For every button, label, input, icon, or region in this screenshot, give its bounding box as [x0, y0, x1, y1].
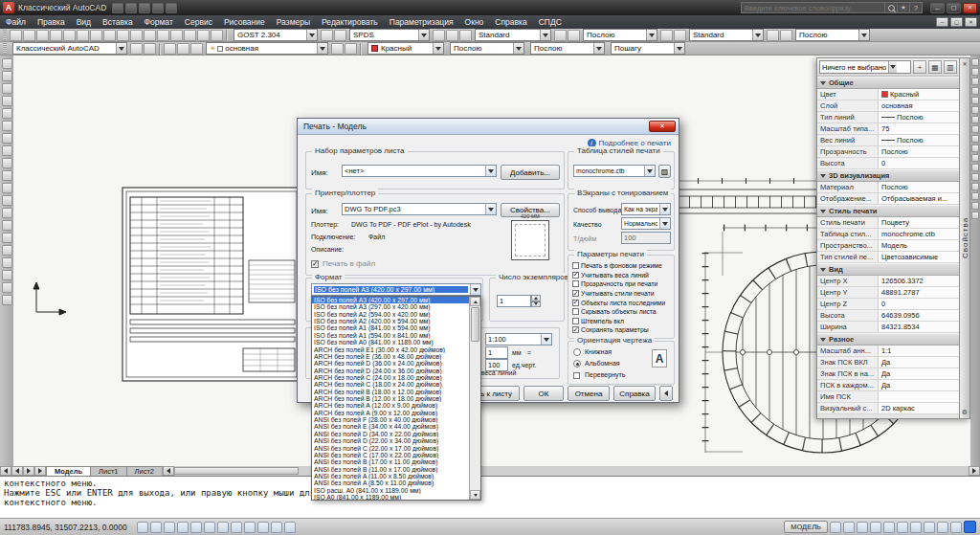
scrollbar-thumb[interactable] [471, 307, 479, 342]
property-row[interactable]: Визуальный с...2D каркас [817, 403, 959, 414]
previous-layout-button[interactable] [11, 466, 23, 476]
extend-icon[interactable] [971, 154, 979, 162]
paper-size-option[interactable]: ANSI без полей C (17.00 x 22.00 дюймов) [312, 452, 469, 458]
plot-to-file-checkbox[interactable] [311, 260, 319, 268]
property-row[interactable]: Тип стилей пе...Цветозависимые [817, 252, 959, 263]
scale-unit-field[interactable]: 1 [485, 346, 508, 359]
close-button[interactable] [963, 3, 977, 13]
mleader-style-combo[interactable]: Послою [795, 29, 870, 41]
arc-icon[interactable] [2, 121, 12, 131]
shade-method-combo[interactable]: Как на экране [621, 203, 671, 215]
menu-item[interactable]: Параметризация [384, 15, 459, 29]
palette-settings-icon[interactable] [962, 409, 968, 416]
dim-style-combo[interactable]: GOST 2.304 [234, 29, 318, 41]
doc-minimize-button[interactable] [936, 17, 948, 27]
cancel-button[interactable]: Отмена [568, 386, 610, 401]
property-row[interactable]: Центр Y48891.2787 [817, 287, 959, 299]
workspace-settings-icon[interactable] [130, 43, 143, 55]
tool-palettes-icon[interactable] [459, 30, 472, 41]
pan-realtime-icon[interactable] [184, 30, 196, 41]
property-row[interactable]: Тип линийПослою [817, 112, 959, 123]
paper-size-option[interactable]: ARCH без полей D (36.00 x 24.00 дюймов) [312, 360, 469, 367]
zoom-extents-icon[interactable] [211, 30, 223, 41]
quick-view-layouts-button[interactable] [843, 522, 855, 533]
toolbar-grip[interactable] [3, 30, 7, 40]
workspace-combo[interactable]: Классический AutoCAD [12, 42, 127, 55]
export-dwf-icon[interactable] [90, 30, 102, 41]
annotation-visibility-button[interactable] [910, 522, 922, 533]
search-icon[interactable] [884, 3, 897, 12]
scale-icon[interactable] [971, 125, 979, 133]
annotation-autoscale-button[interactable] [924, 522, 935, 533]
menu-item[interactable]: СПДС [533, 15, 568, 29]
snap-mode-toggle[interactable] [150, 522, 162, 533]
lineweight-combo-top[interactable]: Послою [583, 29, 657, 41]
zoom-realtime-icon[interactable] [197, 30, 210, 41]
palette-section-header[interactable]: Общие [817, 77, 959, 89]
scroll-up-icon[interactable] [470, 297, 480, 306]
menu-item[interactable]: Правка [32, 15, 71, 29]
upside-down-checkbox[interactable] [573, 372, 580, 379]
explode-icon[interactable] [971, 212, 979, 219]
infer-constraints-toggle[interactable] [137, 522, 148, 533]
region-icon[interactable] [2, 245, 12, 256]
table-icon[interactable] [2, 257, 12, 268]
plot-option-row[interactable]: Штемпель вкл [572, 317, 672, 326]
ray-icon[interactable] [2, 282, 12, 293]
plot-icon[interactable] [50, 30, 62, 41]
circle-icon[interactable] [2, 133, 12, 144]
paper-size-option[interactable]: ANSI без полей D (22.00 x 34.00 дюймов) [312, 437, 469, 444]
plot-option-row[interactable]: Учитывать веса линий [572, 271, 672, 280]
lineweight-combo[interactable]: Послою [530, 42, 605, 55]
copy-icon[interactable] [117, 30, 129, 41]
last-layout-button[interactable] [34, 466, 46, 476]
lock-ui-icon[interactable] [144, 43, 156, 55]
paper-size-option[interactable]: ARCH без полей C (18.00 x 24.00 дюймов) [312, 381, 469, 388]
doc-close-button[interactable] [965, 17, 977, 27]
printer-combo[interactable]: DWG To PDF.pc3 [342, 203, 497, 215]
rotate-icon[interactable] [971, 116, 979, 123]
revision-cloud-icon[interactable] [2, 145, 12, 156]
property-row[interactable]: Масштаб типа...75 [817, 123, 959, 135]
drawing-title-block[interactable] [122, 188, 301, 381]
paper-size-option[interactable]: ISO без полей A1 (841.00 x 594.00 мм) [312, 324, 469, 331]
zoom-previous-icon[interactable] [334, 30, 346, 41]
paper-size-combo[interactable]: ISO без полей A3 (420.00 x 297.00 мм) [311, 283, 481, 296]
save-icon[interactable] [125, 3, 137, 13]
markup-set-manager-icon[interactable] [568, 30, 580, 41]
menu-item[interactable]: Рисование [218, 15, 271, 29]
landscape-radio[interactable] [573, 360, 581, 368]
paper-size-option[interactable]: ISO без полей A3 (297.00 x 420.00 мм) [312, 303, 469, 310]
scroll-left-icon[interactable] [163, 466, 174, 476]
divide-icon[interactable] [2, 295, 12, 305]
move-icon[interactable] [971, 106, 979, 114]
menu-item[interactable]: Вставка [97, 15, 139, 29]
quick-view-drawings-button[interactable] [830, 522, 841, 533]
design-center-icon[interactable] [446, 30, 458, 41]
minimize-button[interactable] [930, 3, 945, 13]
property-row[interactable]: Вес линийПослою [817, 135, 959, 146]
plot-option-row[interactable]: Печать в фоновом режиме [572, 261, 672, 271]
dynamic-input-toggle[interactable] [244, 522, 256, 533]
paper-size-option[interactable]: ARCH без полей D (24.00 x 36.00 дюймов) [312, 368, 469, 374]
quick-select-icon[interactable]: ▥ [944, 60, 957, 74]
hscrollbar-thumb[interactable] [174, 467, 299, 475]
publish-icon[interactable] [77, 30, 89, 41]
paper-size-option[interactable]: ANSI без полей D (34.00 x 22.00 дюймов) [312, 431, 469, 437]
make-object-layer-current-icon[interactable] [331, 43, 344, 55]
paper-size-option[interactable]: ARCH без полей C (24.00 x 18.00 дюймов) [312, 374, 469, 381]
zoom-window-icon[interactable] [321, 30, 333, 41]
property-row[interactable]: ПрозрачностьПослою [817, 146, 959, 158]
plot-option-checkbox[interactable] [572, 308, 579, 315]
paper-size-option[interactable]: ANSI без полей B (11.00 x 17.00 дюймов) [312, 466, 469, 473]
trim-icon[interactable] [971, 145, 979, 152]
paper-size-option[interactable]: ARCH без полей E1 (30.00 x 42.00 дюймов) [312, 346, 469, 353]
clean-screen-button[interactable] [964, 521, 976, 533]
zoom-button[interactable] [870, 522, 881, 533]
spline-icon[interactable] [2, 158, 12, 168]
hatch-icon[interactable] [2, 220, 12, 231]
plotstyle-combo[interactable]: Пошагу [611, 42, 685, 55]
scroll-right-icon[interactable] [969, 466, 980, 476]
polygon-icon[interactable] [2, 96, 12, 106]
page-setup-combo[interactable]: <нет> [342, 165, 497, 177]
